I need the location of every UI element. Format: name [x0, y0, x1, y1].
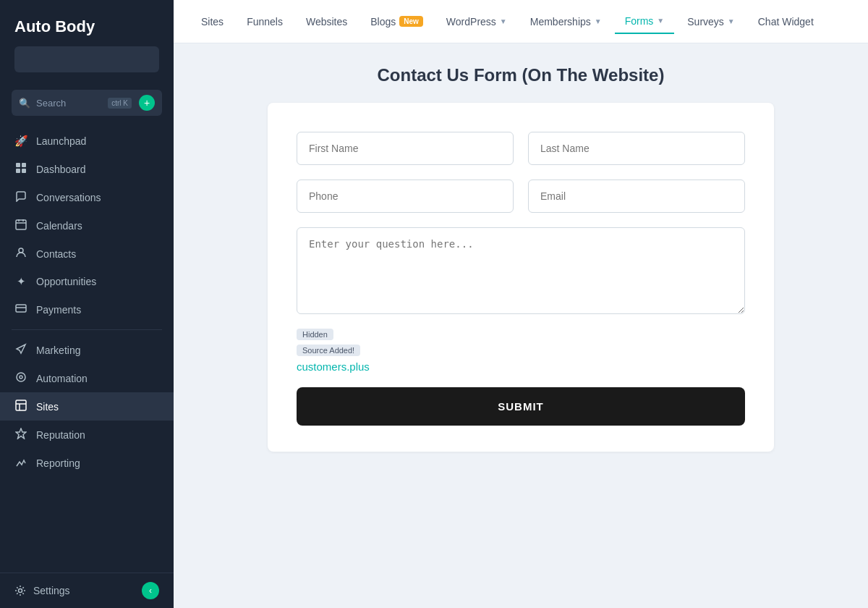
- tab-forms[interactable]: Forms ▼: [615, 9, 675, 34]
- email-input[interactable]: [528, 180, 745, 213]
- sidebar-footer: Settings ‹: [0, 573, 174, 608]
- svg-point-7: [17, 373, 25, 381]
- tab-funnels[interactable]: Funnels: [237, 10, 293, 33]
- tab-chat-widget-label: Chat Widget: [758, 16, 814, 28]
- sidebar-brand: Auto Body: [14, 17, 159, 36]
- contact-form: Hidden Source Added! customers.plus SUBM…: [268, 103, 774, 452]
- svg-rect-9: [16, 400, 26, 410]
- tab-surveys[interactable]: Surveys ▼: [677, 10, 744, 33]
- add-button[interactable]: +: [139, 95, 155, 111]
- tab-memberships-label: Memberships: [530, 16, 591, 28]
- tab-forms-label: Forms: [625, 15, 654, 27]
- tab-surveys-label: Surveys: [687, 16, 724, 28]
- svg-marker-10: [16, 428, 26, 439]
- hidden-section: Hidden Source Added! customers.plus: [297, 327, 745, 373]
- tab-websites[interactable]: Websites: [296, 10, 357, 33]
- phone-input[interactable]: [297, 180, 514, 213]
- dashboard-icon: [14, 162, 27, 176]
- svg-rect-4: [16, 220, 26, 229]
- tab-wordpress[interactable]: WordPress ▼: [436, 10, 517, 33]
- phone-field: [297, 180, 514, 213]
- tab-memberships[interactable]: Memberships ▼: [520, 10, 612, 33]
- sidebar-item-opportunities[interactable]: ✦ Opportunities: [0, 268, 174, 295]
- sidebar-item-automation[interactable]: Automation: [0, 364, 174, 392]
- page-title: Contact Us Form (On The Website): [195, 65, 846, 85]
- tab-sites-label: Sites: [201, 16, 224, 28]
- sidebar-item-reporting[interactable]: Reporting: [0, 449, 174, 477]
- tab-chat-widget[interactable]: Chat Widget: [748, 10, 824, 33]
- tab-sites[interactable]: Sites: [191, 10, 234, 33]
- svg-rect-6: [16, 305, 26, 312]
- contacts-icon: [14, 247, 27, 261]
- sidebar-item-reputation[interactable]: Reputation: [0, 421, 174, 449]
- last-name-field: [528, 132, 745, 165]
- svg-point-8: [20, 376, 22, 379]
- search-label: Search: [36, 98, 102, 109]
- contact-row: [297, 180, 745, 213]
- search-icon: 🔍: [19, 98, 30, 109]
- sidebar-item-sites[interactable]: Sites: [0, 392, 174, 421]
- account-button[interactable]: [14, 46, 159, 72]
- tab-wordpress-label: WordPress: [446, 16, 496, 28]
- sidebar-item-label: Reporting: [36, 457, 80, 469]
- surveys-chevron-icon: ▼: [728, 17, 735, 25]
- forms-chevron-icon: ▼: [657, 17, 664, 25]
- sidebar-item-launchpad[interactable]: 🚀 Launchpad: [0, 127, 174, 155]
- sidebar-item-dashboard[interactable]: Dashboard: [0, 155, 174, 183]
- svg-rect-0: [16, 163, 20, 167]
- sidebar-item-label: Opportunities: [36, 276, 96, 287]
- wordpress-chevron-icon: ▼: [500, 17, 507, 25]
- sites-icon: [14, 400, 27, 413]
- main-content: Sites Funnels Websites Blogs New WordPre…: [174, 0, 868, 608]
- sidebar-item-label: Automation: [36, 373, 88, 384]
- source-added-badge: Source Added!: [297, 345, 360, 356]
- first-name-field: [297, 132, 514, 165]
- sidebar-item-calendars[interactable]: Calendars: [0, 211, 174, 240]
- sidebar-item-label: Marketing: [36, 345, 80, 356]
- sidebar-header: Auto Body: [0, 0, 174, 87]
- svg-rect-2: [16, 169, 20, 173]
- last-name-input[interactable]: [528, 132, 745, 165]
- reputation-icon: [14, 428, 27, 442]
- nav-divider: [12, 329, 162, 330]
- sidebar-item-label: Dashboard: [36, 164, 86, 175]
- svg-rect-3: [22, 169, 26, 173]
- sidebar-item-payments[interactable]: Payments: [0, 295, 174, 324]
- search-bar[interactable]: 🔍 Search ctrl K +: [12, 90, 162, 116]
- sidebar-item-label: Contacts: [36, 248, 76, 260]
- hidden-badge: Hidden: [297, 329, 333, 340]
- sidebar-nav: 🚀 Launchpad Dashboard Conversations Cale…: [0, 122, 174, 573]
- memberships-chevron-icon: ▼: [595, 17, 602, 25]
- sidebar-item-label: Payments: [36, 304, 81, 316]
- sidebar-item-label: Conversations: [36, 192, 101, 203]
- sidebar-item-label: Reputation: [36, 429, 85, 441]
- name-row: [297, 132, 745, 165]
- tab-blogs[interactable]: Blogs New: [360, 10, 433, 33]
- launchpad-icon: 🚀: [14, 135, 27, 148]
- question-textarea[interactable]: [297, 227, 745, 314]
- sidebar: Auto Body 🔍 Search ctrl K + 🚀 Launchpad …: [0, 0, 174, 608]
- top-navigation: Sites Funnels Websites Blogs New WordPre…: [174, 0, 868, 43]
- svg-point-11: [19, 589, 22, 593]
- tab-blogs-label: Blogs: [370, 16, 396, 28]
- svg-rect-1: [22, 163, 26, 167]
- blogs-new-badge: New: [399, 16, 423, 27]
- tab-websites-label: Websites: [306, 16, 347, 28]
- automation-icon: [14, 371, 27, 385]
- sidebar-collapse-button[interactable]: ‹: [142, 582, 159, 599]
- sidebar-item-conversations[interactable]: Conversations: [0, 183, 174, 211]
- sidebar-item-contacts[interactable]: Contacts: [0, 240, 174, 268]
- svg-point-5: [19, 248, 23, 253]
- email-field: [528, 180, 745, 213]
- submit-button[interactable]: SUBMIT: [297, 387, 745, 426]
- sidebar-item-settings[interactable]: Settings: [14, 585, 70, 596]
- sidebar-item-label: Calendars: [36, 220, 82, 232]
- conversations-icon: [14, 190, 27, 204]
- first-name-input[interactable]: [297, 132, 514, 165]
- sidebar-item-marketing[interactable]: Marketing: [0, 336, 174, 364]
- marketing-icon: [14, 343, 27, 357]
- reporting-icon: [14, 456, 27, 470]
- page-body: Contact Us Form (On The Website): [174, 43, 868, 608]
- payments-icon: [14, 303, 27, 316]
- search-shortcut: ctrl K: [108, 98, 132, 109]
